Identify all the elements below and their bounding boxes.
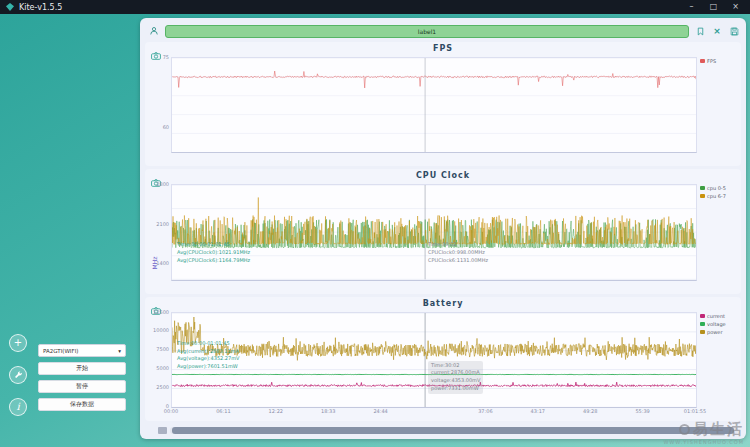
legend-label: cpu 0-5: [707, 185, 726, 191]
chevron-down-icon: ▾: [118, 348, 121, 354]
x-tick-label: 37:06: [478, 408, 492, 414]
app-icon: [6, 3, 14, 11]
chart-panel-cpu-clock: CPU Clock070014002100280000:0006:1112:22…: [145, 169, 741, 293]
window-titlebar: Kite-v1.5.5 – □ ×: [0, 0, 750, 14]
legend-item[interactable]: power: [700, 329, 726, 335]
app-window: Kite-v1.5.5 – □ × + i PA2GTI(WIFI) ▾ 开始 …: [0, 0, 750, 447]
main-card: × FPS0153045607500:0006:1112:2218:3324:4…: [140, 18, 746, 439]
info-icon: i: [16, 402, 19, 412]
legend-swatch: [700, 330, 705, 334]
legend-label: power: [707, 329, 722, 335]
y-tick-label: 2100: [147, 221, 169, 227]
app-background: + i PA2GTI(WIFI) ▾ 开始 暂停 保存数据: [0, 14, 750, 447]
chart-title: Battery: [145, 299, 741, 308]
scrollbar-thumb[interactable]: [172, 427, 734, 434]
pause-button[interactable]: 暂停: [38, 380, 126, 393]
y-axis-label: MHz: [151, 257, 158, 270]
watermark-subtext: WWW.YISHENGHUO.COM: [663, 439, 744, 445]
chart-title: FPS: [145, 44, 741, 53]
legend-label: FPS: [707, 58, 716, 64]
x-tick-label: 43:17: [531, 408, 545, 414]
legend-label: cpu 6-7: [707, 193, 726, 199]
top-toolbar: ×: [148, 23, 740, 39]
legend-swatch: [700, 59, 705, 63]
y-tick-label: 5000: [147, 365, 169, 371]
close-button[interactable]: ×: [727, 0, 744, 14]
chart-plot[interactable]: [171, 184, 697, 280]
x-tick-label: 12:22: [269, 408, 283, 414]
legend-swatch: [700, 194, 705, 198]
legend-item[interactable]: FPS: [700, 58, 716, 64]
y-tick-label: 12500: [147, 309, 169, 315]
legend-item[interactable]: cpu 0-5: [700, 185, 726, 191]
device-select-value: PA2GTI(WIFI): [43, 348, 78, 354]
chart-legend: currentvoltagepower: [700, 313, 726, 335]
chart-plot[interactable]: [171, 57, 697, 153]
plus-icon: +: [14, 338, 22, 348]
wrench-icon: [14, 371, 23, 380]
legend-swatch: [700, 186, 705, 190]
y-tick-label: 10000: [147, 327, 169, 333]
y-tick-label: 2500: [147, 384, 169, 390]
legend-swatch: [700, 322, 705, 326]
horizontal-scrollbar: [158, 427, 738, 434]
maximize-button[interactable]: □: [705, 0, 722, 14]
save-data-button[interactable]: 保存数据: [38, 398, 126, 411]
clear-icon[interactable]: ×: [711, 25, 723, 37]
series-cpu-6-7: [172, 198, 696, 245]
legend-label: voltage: [707, 321, 726, 327]
minimize-button[interactable]: –: [683, 0, 700, 14]
x-tick-label: 00:00: [164, 408, 178, 414]
y-tick-label: 60: [147, 124, 169, 130]
bookmark-icon[interactable]: [694, 25, 706, 37]
series-power: [172, 317, 696, 360]
info-button[interactable]: i: [9, 398, 27, 416]
series-FPS: [172, 71, 696, 88]
legend-label: current: [707, 313, 725, 319]
x-tick-label: 01:01:55: [684, 408, 706, 414]
x-tick-label: 18:33: [321, 408, 335, 414]
legend-swatch: [700, 314, 705, 318]
x-tick-label: 24:44: [373, 408, 387, 414]
x-tick-label: 06:11: [216, 408, 230, 414]
y-tick-label: 7500: [147, 346, 169, 352]
x-tick-label: 49:28: [583, 408, 597, 414]
window-title: Kite-v1.5.5: [19, 3, 62, 12]
start-button[interactable]: 开始: [38, 362, 126, 375]
add-button[interactable]: +: [9, 334, 27, 352]
chart-panel-battery: Battery0250050007500100001250000:0006:11…: [145, 297, 741, 421]
chart-legend: cpu 0-5cpu 6-7: [700, 185, 726, 199]
scrollbar-left-button[interactable]: [158, 427, 167, 434]
chart-panel-fps: FPS0153045607500:0006:1112:2218:3324:443…: [145, 42, 741, 166]
user-icon[interactable]: [148, 25, 160, 37]
series-current: [172, 382, 696, 386]
device-select[interactable]: PA2GTI(WIFI) ▾: [38, 344, 126, 357]
chart-plot[interactable]: [171, 312, 697, 408]
charts-area: FPS0153045607500:0006:1112:2218:3324:443…: [145, 42, 741, 421]
chart-title: CPU Clock: [145, 171, 741, 180]
y-tick-label: 75: [147, 54, 169, 60]
legend-item[interactable]: cpu 6-7: [700, 193, 726, 199]
tools-button[interactable]: [9, 366, 27, 384]
legend-item[interactable]: voltage: [700, 321, 726, 327]
label-input[interactable]: [165, 25, 689, 38]
chart-legend: FPS: [700, 58, 716, 64]
save-icon[interactable]: [728, 25, 740, 37]
device-control-panel: PA2GTI(WIFI) ▾ 开始 暂停 保存数据: [38, 344, 126, 411]
x-tick-label: 55:39: [635, 408, 649, 414]
y-tick-label: 2800: [147, 181, 169, 187]
legend-item[interactable]: current: [700, 313, 726, 319]
